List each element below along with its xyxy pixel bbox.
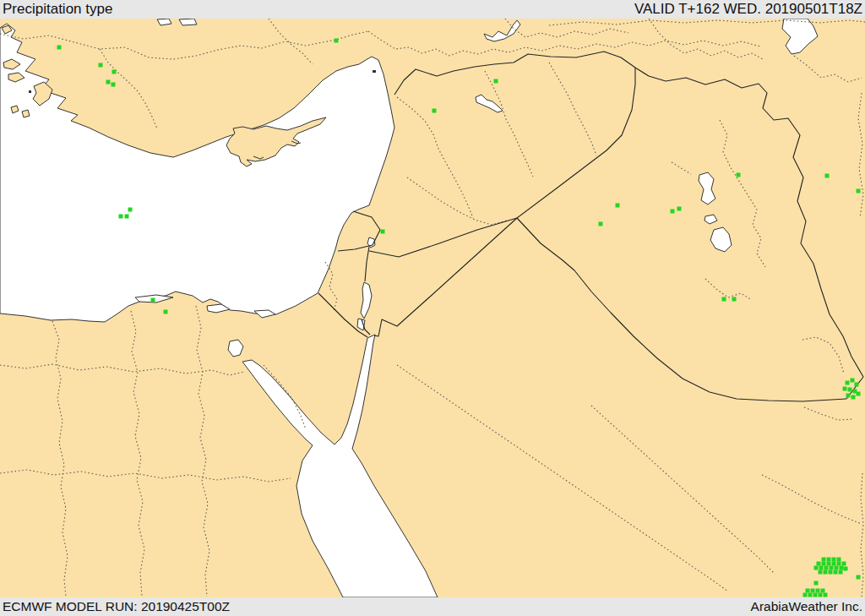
precip-dot <box>851 379 855 383</box>
precip-dot <box>855 383 859 387</box>
precip-dot <box>827 558 831 562</box>
precip-dot <box>832 562 836 566</box>
precip-dot <box>106 80 111 84</box>
precip-dot <box>813 593 818 597</box>
precip-dot <box>128 208 133 212</box>
precip-dot <box>857 189 861 194</box>
precip-dot <box>837 558 841 562</box>
model-run-label: ECMWF MODEL RUN: 20190425T00Z <box>3 598 230 615</box>
precip-dot <box>335 39 339 43</box>
precip-dot <box>671 210 675 214</box>
precip-dot <box>835 566 839 570</box>
header-bar: Precipitation type VALID T+162 WED. 2019… <box>0 0 865 19</box>
precip-dot <box>844 567 848 571</box>
precip-dot <box>99 63 103 68</box>
precip-dot <box>57 46 62 50</box>
valid-time-label: VALID T+162 WED. 20190501T18Z <box>634 1 862 18</box>
precip-dot <box>851 395 856 400</box>
precip-dot <box>834 570 838 575</box>
precip-dot <box>381 230 385 234</box>
precip-dot <box>857 575 861 580</box>
precip-dot <box>824 566 829 570</box>
precip-dot <box>819 566 824 570</box>
precip-dot <box>112 83 116 87</box>
precip-dot <box>151 298 155 303</box>
precip-dot <box>814 566 819 570</box>
map-title: Precipitation type <box>3 1 112 18</box>
land-layer <box>0 19 865 597</box>
precip-dot <box>840 566 844 570</box>
precip-dot <box>822 558 826 562</box>
precip-dot <box>112 70 117 74</box>
precip-dot <box>832 558 836 562</box>
precip-dot <box>824 593 828 597</box>
precip-dot <box>819 593 823 597</box>
precip-dot <box>817 562 821 566</box>
precip-dot <box>837 562 841 566</box>
precip-dot <box>822 562 826 566</box>
precip-dot <box>829 570 833 575</box>
precip-dot <box>830 566 834 570</box>
precip-dot <box>677 207 682 211</box>
footer-bar: ECMWF MODEL RUN: 20190425T00Z ArabiaWeat… <box>0 597 865 616</box>
precip-dot <box>722 297 726 302</box>
aegean-island-4 <box>22 110 30 117</box>
precip-dot <box>432 109 437 113</box>
precip-dot <box>825 174 830 178</box>
precip-dot <box>164 310 168 314</box>
precip-dot <box>824 570 828 575</box>
precip-dot <box>842 562 846 566</box>
precip-dot <box>806 589 810 593</box>
turkish-lake-2 <box>179 19 197 25</box>
precip-dot <box>814 581 819 586</box>
precip-dot <box>848 388 852 392</box>
precip-dot <box>494 79 498 84</box>
precip-dot <box>803 593 808 597</box>
precip-dot <box>616 204 620 208</box>
brand-credit: ArabiaWeather Inc. <box>751 598 862 615</box>
precip-dot <box>846 394 851 398</box>
precip-dot <box>843 387 847 391</box>
precip-dot <box>599 222 603 226</box>
precip-dot <box>808 593 813 597</box>
precip-dot <box>821 589 825 593</box>
precip-dot <box>816 589 820 593</box>
precip-dot <box>846 381 850 385</box>
precip-dot <box>839 570 843 575</box>
precip-dot <box>819 570 823 575</box>
precip-dot <box>857 392 861 396</box>
precip-dot <box>827 562 831 566</box>
precip-dot <box>737 173 741 177</box>
precip-dot <box>125 215 129 219</box>
precip-dot <box>119 215 123 219</box>
map-canvas <box>0 19 865 597</box>
precip-dot <box>811 589 815 593</box>
weather-map <box>0 19 865 597</box>
precip-dot <box>732 297 737 302</box>
